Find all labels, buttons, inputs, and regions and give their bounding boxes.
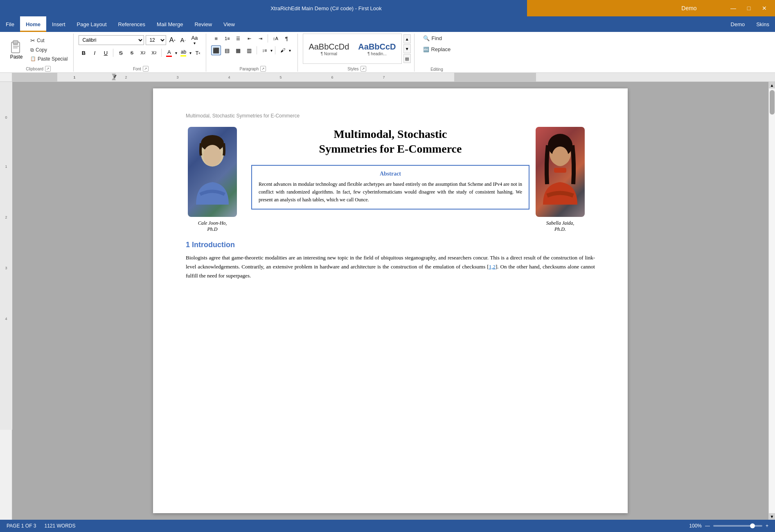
menu-page-layout[interactable]: Page Layout (71, 16, 113, 32)
subscript-button[interactable]: X2 (149, 48, 159, 58)
underline-button[interactable]: U (101, 48, 110, 58)
numbered-list-button[interactable]: 1≡ (222, 34, 232, 43)
svg-text:3: 3 (176, 75, 178, 79)
heading-preview: AaBbCcD (358, 42, 396, 52)
font-row1: Calibri 12 A+ A− Aa ▾ (79, 34, 203, 47)
ruler-container: 1 1 2 3 4 5 6 7 (0, 73, 775, 82)
minimize-button[interactable]: — (726, 2, 741, 14)
clipboard-expand[interactable]: ↗ (45, 66, 51, 72)
word-count: 1121 WORDS (44, 523, 75, 529)
document-scroll[interactable]: Multimodal, Stochastic Symmetries for E-… (12, 82, 768, 520)
shading-button[interactable]: 🖌 (278, 45, 288, 55)
scroll-track[interactable] (769, 88, 775, 513)
paragraph-expand[interactable]: ↗ (260, 66, 266, 72)
font-color-button[interactable]: A (164, 48, 174, 58)
sort-button[interactable]: ↕A (270, 34, 280, 43)
strikethrough-button[interactable]: S (116, 48, 126, 58)
separator4 (257, 46, 257, 54)
maximize-button[interactable]: □ (741, 2, 756, 14)
double-strikethrough-button[interactable]: S (127, 48, 137, 58)
doc-header-section: Cale Joon-Ho, Ph.D Multimodal, Stochasti… (186, 127, 595, 232)
scroll-thumb[interactable] (770, 90, 775, 115)
cut-button[interactable]: ✂ Cut (28, 36, 70, 45)
decrease-indent-button[interactable]: ⇤ (244, 34, 254, 43)
menu-demo[interactable]: Demo (725, 16, 751, 32)
bullets-button[interactable]: ≡ (211, 34, 221, 43)
content-area: 0 1 2 3 4 Multimodal, Stochastic Symmetr… (0, 82, 775, 520)
scroll-down-button[interactable]: ▼ (769, 513, 775, 520)
line-spacing-dropdown[interactable]: ▾ (270, 48, 273, 53)
font-color-dropdown[interactable]: ▾ (175, 51, 177, 55)
replace-button[interactable]: 🔤 Replace (419, 45, 455, 54)
styles-expand-btn[interactable]: ↗ (360, 66, 366, 72)
justify-button[interactable]: ▥ (244, 45, 254, 55)
vertical-scrollbar: ▲ ▼ (768, 82, 775, 520)
styles-scroll-up[interactable]: ▲ (403, 34, 411, 43)
font-family-select[interactable]: Calibri (79, 35, 144, 45)
font-row2: B I U S S X2 X2 A (79, 48, 203, 58)
status-bar: PAGE 1 OF 3 1121 WORDS 100% — + (0, 520, 775, 532)
author-left-name: Cale Joon-Ho, Ph.D (198, 220, 227, 232)
highlight-dropdown[interactable]: ▾ (189, 51, 191, 55)
zoom-thumb[interactable] (750, 523, 755, 528)
menu-skins[interactable]: Skins (750, 16, 775, 32)
style-heading[interactable]: AaBbCcD ¶ headin... (354, 40, 399, 58)
demo-tab[interactable]: Demo (652, 0, 726, 16)
copy-button[interactable]: ⧉ Copy (28, 46, 70, 54)
shading-dropdown[interactable]: ▾ (289, 48, 291, 53)
ruler-corner (0, 73, 12, 82)
find-button[interactable]: 🔍 Find (419, 34, 455, 43)
style-normal[interactable]: AaBbCcDd ¶ Normal (305, 40, 353, 58)
menu-review[interactable]: Review (189, 16, 218, 32)
zoom-percent: 100% (689, 523, 702, 529)
line-spacing-button[interactable]: ↕≡ (259, 45, 269, 55)
change-case-button[interactable]: Aa ▾ (189, 34, 200, 47)
paste-button[interactable]: Paste (7, 37, 26, 62)
bold-button[interactable]: B (79, 48, 88, 58)
status-right: 100% — + (689, 523, 768, 529)
window-title: XtraRichEdit Main Demo (C# code) - First… (270, 5, 382, 11)
menu-insert[interactable]: Insert (46, 16, 71, 32)
cut-icon: ✂ (30, 37, 35, 44)
font-group: Calibri 12 A+ A− Aa ▾ B I (75, 34, 206, 72)
clipboard-group: Paste ✂ Cut ⧉ Copy 📋 Paste S (3, 34, 74, 72)
highlight-button[interactable]: ab (178, 48, 188, 58)
font-size-decrease-button[interactable]: A− (178, 36, 187, 45)
horizontal-ruler: 1 1 2 3 4 5 6 7 (12, 73, 775, 82)
paragraph-row1: ≡ 1≡ ☰ ⇤ ⇥ ↕A ¶ (211, 34, 294, 43)
paste-label: Paste (10, 54, 23, 60)
copy-icon: ⧉ (30, 47, 34, 53)
italic-button[interactable]: I (90, 48, 99, 58)
clear-format-button[interactable]: Tx (193, 48, 203, 58)
superscript-button[interactable]: X2 (138, 48, 148, 58)
styles-scroll-down[interactable]: ▼ (403, 44, 411, 53)
svg-text:2: 2 (125, 75, 127, 79)
increase-indent-button[interactable]: ⇥ (255, 34, 265, 43)
menu-file[interactable]: File (0, 16, 20, 32)
document-page: Multimodal, Stochastic Symmetries for E-… (153, 88, 628, 513)
menu-mail-merge[interactable]: Mail Merge (151, 16, 189, 32)
svg-text:4: 4 (5, 317, 7, 321)
zoom-minus[interactable]: — (705, 523, 710, 529)
menu-home[interactable]: Home (20, 16, 46, 32)
intro-text: Biologists agree that game-theoretic mod… (186, 253, 595, 280)
show-hide-button[interactable]: ¶ (282, 34, 291, 43)
align-center-button[interactable]: ▤ (222, 45, 232, 55)
align-left-button[interactable]: ⬛ (211, 45, 221, 55)
zoom-plus[interactable]: + (766, 523, 768, 529)
multilevel-list-button[interactable]: ☰ (233, 34, 243, 43)
font-expand[interactable]: ↗ (143, 66, 149, 72)
menu-references[interactable]: References (113, 16, 151, 32)
paste-special-button[interactable]: 📋 Paste Special (28, 55, 70, 63)
zoom-slider[interactable] (713, 525, 762, 527)
close-button[interactable]: ✕ (757, 2, 772, 14)
clipboard-label: Clipboard ↗ (7, 65, 70, 72)
svg-rect-19 (0, 82, 12, 430)
font-size-increase-button[interactable]: A+ (168, 36, 177, 45)
svg-rect-4 (13, 47, 18, 48)
scroll-up-button[interactable]: ▲ (769, 82, 775, 88)
styles-expand[interactable]: ▤ (403, 54, 411, 63)
font-size-select[interactable]: 12 (146, 35, 166, 45)
menu-view[interactable]: View (218, 16, 241, 32)
align-right-button[interactable]: ▦ (233, 45, 243, 55)
